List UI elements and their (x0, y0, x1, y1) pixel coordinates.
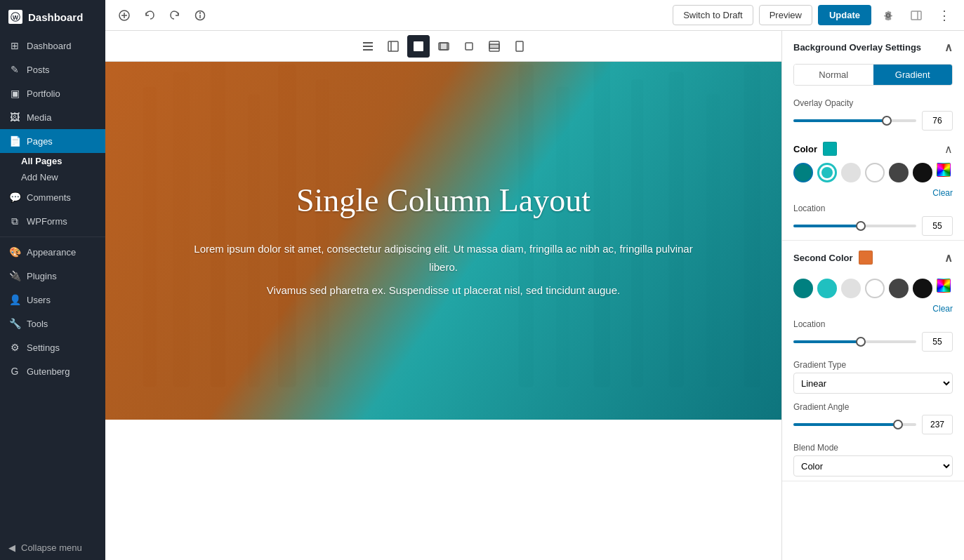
blend-mode-label: Blend Mode (793, 443, 953, 453)
preview-button[interactable]: Preview (759, 5, 812, 25)
color-location-input[interactable]: 55 (922, 216, 953, 236)
second-color-swatch-gradient[interactable] (937, 279, 951, 293)
sidebar-item-label: Plugins (27, 271, 57, 281)
info-button[interactable] (190, 5, 211, 26)
second-location-input[interactable]: 55 (922, 332, 953, 352)
color-location-track[interactable] (793, 225, 916, 227)
sidebar-item-settings[interactable]: ⚙ Settings (0, 335, 105, 359)
layout-block-button[interactable] (407, 35, 430, 58)
gutenberg-icon: G (8, 366, 21, 377)
redo-button[interactable] (164, 5, 185, 26)
second-color-swatch[interactable] (859, 251, 873, 265)
color-swatch-white[interactable] (865, 163, 885, 182)
add-block-button[interactable] (114, 5, 135, 26)
main-content: Switch to Draft Preview Update ⋮ (105, 0, 964, 560)
color-location-thumb[interactable] (856, 221, 866, 231)
dashboard-icon: ⊞ (8, 40, 21, 51)
color-swatch-teal-light[interactable] (817, 163, 837, 182)
sidebar-sub-add-new[interactable]: Add New (0, 169, 105, 185)
switch-to-draft-button[interactable]: Switch to Draft (673, 5, 753, 25)
sidebar-item-gutenberg[interactable]: G Gutenberg (0, 359, 105, 383)
overlay-opacity-track[interactable] (793, 119, 916, 122)
gradient-type-select[interactable]: Linear Radial (793, 373, 953, 394)
sidebar-item-tools[interactable]: 🔧 Tools (0, 312, 105, 335)
sidebar-item-pages[interactable]: 📄 Pages (0, 129, 105, 153)
second-color-swatch-dark-gray[interactable] (889, 279, 909, 298)
overlay-opacity-input[interactable]: 76 (922, 111, 953, 131)
layout-outline-button[interactable] (382, 35, 404, 58)
media-icon: 🖼 (8, 112, 21, 123)
color-location-row: Location 55 (782, 199, 964, 240)
tab-row: Normal Gradient (793, 64, 953, 86)
sidebar-item-label: Posts (27, 65, 50, 75)
sidebar-sub-all-pages[interactable]: All Pages (0, 153, 105, 169)
sidebar-item-portfolio[interactable]: ▣ Portfolio (0, 81, 105, 105)
second-color-swatch-teal-dark[interactable] (793, 279, 813, 298)
site-title: Dashboard (28, 11, 83, 23)
toolbar-right: Switch to Draft Preview Update ⋮ (673, 4, 956, 27)
sidebar-item-comments[interactable]: 💬 Comments (0, 185, 105, 209)
collapse-arrow-icon: ◀ (8, 542, 15, 553)
layout-toolbar (105, 31, 781, 62)
color-swatch-light-gray[interactable] (841, 163, 861, 182)
color-swatch-black[interactable] (913, 163, 932, 182)
second-color-swatches (782, 274, 964, 302)
gradient-angle-input[interactable]: 237 (922, 415, 953, 434)
second-color-swatch-white[interactable] (865, 279, 885, 298)
second-color-label-row: Second Color (793, 251, 873, 265)
overlay-opacity-thumb[interactable] (882, 116, 892, 126)
second-location-track[interactable] (793, 340, 916, 343)
color-swatch-teal-dark[interactable] (793, 163, 813, 182)
sidebar-item-posts[interactable]: ✎ Posts (0, 58, 105, 81)
layout-fullwidth-button[interactable] (483, 35, 506, 58)
second-color-swatch-light-gray[interactable] (841, 279, 861, 298)
canvas-area: Single Column Layout Lorem ipsum dolor s… (105, 31, 781, 560)
sidebar-toggle-button[interactable] (905, 4, 927, 27)
second-color-collapse-icon[interactable]: ∧ (944, 251, 953, 265)
color-collapse-icon[interactable]: ∧ (944, 142, 953, 156)
panel-section-title: Background Overlay Settings (793, 42, 921, 53)
tab-gradient[interactable]: Gradient (873, 65, 953, 85)
collapse-icon[interactable]: ∧ (944, 41, 953, 54)
svg-rect-22 (516, 41, 523, 51)
blend-mode-select[interactable]: Normal Multiply Screen Overlay Darken Li… (793, 455, 953, 476)
sidebar-item-users[interactable]: 👤 Users (0, 288, 105, 312)
sidebar-item-dashboard[interactable]: ⊞ Dashboard (0, 34, 105, 58)
sidebar-item-appearance[interactable]: 🎨 Appearance (0, 240, 105, 264)
second-color-clear-link[interactable]: Clear (782, 302, 964, 315)
gradient-angle-track[interactable] (793, 423, 916, 426)
update-button[interactable]: Update (818, 5, 871, 25)
more-options-button[interactable]: ⋮ (933, 4, 956, 27)
color-section-header: Color ∧ (782, 135, 964, 159)
color-swatch-dark-gray[interactable] (889, 163, 909, 182)
users-icon: 👤 (8, 294, 21, 305)
settings-icon: ⚙ (8, 342, 21, 353)
second-location-thumb[interactable] (856, 337, 866, 347)
color-swatch-gradient[interactable] (937, 163, 951, 177)
color-clear-link[interactable]: Clear (782, 187, 964, 199)
color-label-row: Color (793, 142, 837, 156)
color-current-swatch[interactable] (823, 142, 837, 156)
sidebar-item-label: Dashboard (27, 41, 72, 51)
layout-list-button[interactable] (357, 35, 379, 58)
settings-gear-button[interactable] (877, 4, 899, 27)
layout-compact-button[interactable] (508, 35, 531, 58)
sidebar-item-plugins[interactable]: 🔌 Plugins (0, 264, 105, 288)
hero-section: Single Column Layout Lorem ipsum dolor s… (105, 62, 781, 420)
gradient-angle-thumb[interactable] (893, 420, 903, 429)
tab-normal[interactable]: Normal (794, 65, 873, 85)
layout-wide-button[interactable] (433, 35, 455, 58)
site-logo[interactable]: W Dashboard (0, 0, 105, 34)
second-color-swatch-black[interactable] (913, 279, 932, 298)
sidebar-item-label: Gutenberg (27, 366, 70, 377)
color-location-label: Location (793, 204, 953, 213)
sidebar-item-media[interactable]: 🖼 Media (0, 105, 105, 129)
color-location-fill (793, 225, 861, 227)
collapse-menu-button[interactable]: ◀ Collapse menu (0, 535, 105, 560)
undo-button[interactable] (139, 5, 160, 26)
sidebar-item-wpforms[interactable]: ⧉ WPForms (0, 209, 105, 234)
layout-boxed-button[interactable] (458, 35, 480, 58)
second-color-swatch-teal-light[interactable] (817, 279, 837, 298)
second-location-row: Location 55 (782, 315, 964, 356)
svg-text:W: W (13, 14, 18, 21)
